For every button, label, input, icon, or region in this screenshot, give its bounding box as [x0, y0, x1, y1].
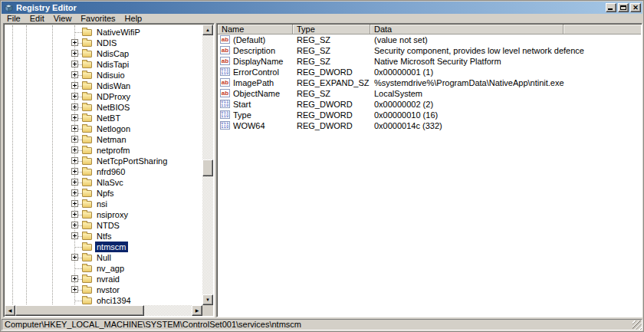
tree-vertical-scrollbar[interactable]: ▲ ▼ [202, 25, 213, 305]
tree-label-Ntfs[interactable]: Ntfs [95, 231, 113, 242]
tree-item-nv_agp[interactable]: nv_agp [5, 263, 202, 274]
vertical-scroll-thumb[interactable] [202, 159, 213, 176]
tree-item-Netlogon[interactable]: Netlogon [5, 123, 202, 134]
expand-plus-icon[interactable] [71, 114, 78, 121]
value-row-ObjectName[interactable]: abObjectNameREG_SZLocalSystem [218, 88, 641, 99]
tree-item-netprofm[interactable]: netprofm [5, 145, 202, 156]
tree-label-Netlogon[interactable]: Netlogon [95, 123, 132, 134]
tree-item-nsi[interactable]: nsi [5, 199, 202, 209]
expand-plus-icon[interactable] [71, 275, 78, 282]
tree-item-NetBT[interactable]: NetBT [5, 113, 202, 123]
tree-label-ntmscm[interactable]: ntmscm [95, 242, 128, 252]
value-row-ImagePath[interactable]: abImagePathREG_EXPAND_SZ%systemdrive%\Pr… [218, 77, 641, 88]
tree-label-NTDS[interactable]: NTDS [95, 220, 121, 231]
tree-view[interactable]: NativeWifiPNDISNdisCapNdisTapiNdisuioNdi… [5, 25, 202, 304]
column-header-name[interactable]: Name [218, 25, 293, 35]
value-row-DisplayName[interactable]: abDisplayNameREG_SZNative Microsoft Secu… [218, 56, 641, 67]
tree-item-NativeWifiP[interactable]: NativeWifiP [5, 27, 202, 38]
tree-label-nsi[interactable]: nsi [95, 199, 109, 209]
tree-item-Null[interactable]: Null [5, 252, 202, 263]
expand-plus-icon[interactable] [71, 146, 78, 153]
tree-label-NetTcpPortSharing[interactable]: NetTcpPortSharing [95, 156, 169, 166]
tree-item-NdisTapi[interactable]: NdisTapi [5, 59, 202, 70]
expand-plus-icon[interactable] [71, 286, 78, 293]
column-header-data[interactable]: Data [370, 25, 564, 35]
resize-grip[interactable] [632, 320, 642, 330]
tree-item-NetTcpPortSharing[interactable]: NetTcpPortSharing [5, 156, 202, 166]
tree-item-Npfs[interactable]: Npfs [5, 188, 202, 199]
title-bar[interactable]: Registry Editor ✕ [2, 2, 642, 14]
scroll-left-arrow-icon[interactable]: ◀ [5, 305, 15, 316]
scroll-up-arrow-icon[interactable]: ▲ [202, 25, 213, 35]
tree-label-Netman[interactable]: Netman [95, 134, 128, 145]
expand-plus-icon[interactable] [71, 179, 78, 186]
expand-plus-icon[interactable] [71, 157, 78, 164]
tree-label-NdisWan[interactable]: NdisWan [95, 81, 132, 91]
tree-item-NetBIOS[interactable]: NetBIOS [5, 102, 202, 113]
menu-view[interactable]: View [49, 14, 77, 23]
tree-item-Netman[interactable]: Netman [5, 134, 202, 145]
expand-plus-icon[interactable] [71, 125, 78, 132]
tree-label-NetBIOS[interactable]: NetBIOS [95, 102, 131, 113]
tree-item-ntmscm[interactable]: ntmscm [5, 242, 202, 252]
tree-item-nvstor[interactable]: nvstor [5, 284, 202, 295]
expand-plus-icon[interactable] [71, 93, 78, 100]
tree-item-nfrd960[interactable]: nfrd960 [5, 166, 202, 177]
tree-horizontal-scrollbar[interactable]: ◀ ▶ [5, 305, 202, 316]
scroll-down-arrow-icon[interactable]: ▼ [202, 294, 213, 305]
value-row-(Default)[interactable]: ab(Default)REG_SZ(value not set) [218, 35, 641, 45]
tree-item-NDIS[interactable]: NDIS [5, 38, 202, 48]
tree-label-NDProxy[interactable]: NDProxy [95, 91, 132, 102]
expand-plus-icon[interactable] [71, 168, 78, 175]
tree-label-Ndisuio[interactable]: Ndisuio [95, 70, 127, 81]
menu-edit[interactable]: Edit [25, 14, 49, 23]
tree-label-NetBT[interactable]: NetBT [95, 113, 122, 123]
tree-item-NdisWan[interactable]: NdisWan [5, 81, 202, 91]
horizontal-scroll-thumb[interactable] [15, 305, 144, 316]
tree-item-nsiproxy[interactable]: nsiproxy [5, 209, 202, 220]
scroll-right-arrow-icon[interactable]: ▶ [192, 305, 202, 316]
expand-plus-icon[interactable] [71, 71, 78, 78]
tree-item-NDProxy[interactable]: NDProxy [5, 91, 202, 102]
tree-label-nvstor[interactable]: nvstor [95, 284, 121, 295]
tree-label-NlaSvc[interactable]: NlaSvc [95, 177, 125, 188]
expand-plus-icon[interactable] [71, 211, 78, 218]
tree-item-NdisCap[interactable]: NdisCap [5, 48, 202, 59]
maximize-button[interactable] [618, 3, 629, 12]
expand-plus-icon[interactable] [71, 254, 78, 261]
tree-label-NativeWifiP[interactable]: NativeWifiP [95, 27, 142, 38]
expand-plus-icon[interactable] [71, 39, 78, 46]
tree-label-netprofm[interactable]: netprofm [95, 145, 131, 156]
tree-item-Ndisuio[interactable]: Ndisuio [5, 70, 202, 81]
tree-label-NDIS[interactable]: NDIS [95, 38, 118, 48]
tree-label-nvraid[interactable]: nvraid [95, 274, 121, 284]
value-row-Description[interactable]: abDescriptionREG_SZSecurity component, p… [218, 45, 641, 56]
menu-favorites[interactable]: Favorites [76, 14, 120, 23]
menu-help[interactable]: Help [120, 14, 147, 23]
expand-plus-icon[interactable] [71, 61, 78, 67]
tree-item-nvraid[interactable]: nvraid [5, 274, 202, 284]
column-header-type[interactable]: Type [293, 25, 370, 35]
tree-label-nfrd960[interactable]: nfrd960 [95, 166, 127, 177]
expand-plus-icon[interactable] [71, 189, 78, 196]
value-row-Type[interactable]: 011110TypeREG_DWORD0x00000010 (16) [218, 110, 641, 120]
expand-plus-icon[interactable] [71, 82, 78, 89]
menu-file[interactable]: File [2, 14, 25, 23]
tree-item-NlaSvc[interactable]: NlaSvc [5, 177, 202, 188]
tree-label-ohci1394[interactable]: ohci1394 [95, 295, 133, 304]
tree-item-Ntfs[interactable]: Ntfs [5, 231, 202, 242]
value-row-WOW64[interactable]: 011110WOW64REG_DWORD0x0000014c (332) [218, 120, 641, 131]
tree-item-NTDS[interactable]: NTDS [5, 220, 202, 231]
value-row-Start[interactable]: 011110StartREG_DWORD0x00000002 (2) [218, 99, 641, 110]
expand-plus-icon[interactable] [71, 200, 78, 207]
tree-label-NdisTapi[interactable]: NdisTapi [95, 59, 130, 70]
value-row-ErrorControl[interactable]: 011110ErrorControlREG_DWORD0x00000001 (1… [218, 67, 641, 77]
tree-label-nv_agp[interactable]: nv_agp [95, 263, 126, 274]
tree-label-NdisCap[interactable]: NdisCap [95, 48, 130, 59]
tree-label-Null[interactable]: Null [95, 252, 113, 263]
minimize-button[interactable] [606, 3, 616, 12]
expand-plus-icon[interactable] [71, 232, 78, 239]
expand-plus-icon[interactable] [71, 222, 78, 228]
tree-item-ohci1394[interactable]: ohci1394 [5, 295, 202, 304]
expand-plus-icon[interactable] [71, 104, 78, 110]
